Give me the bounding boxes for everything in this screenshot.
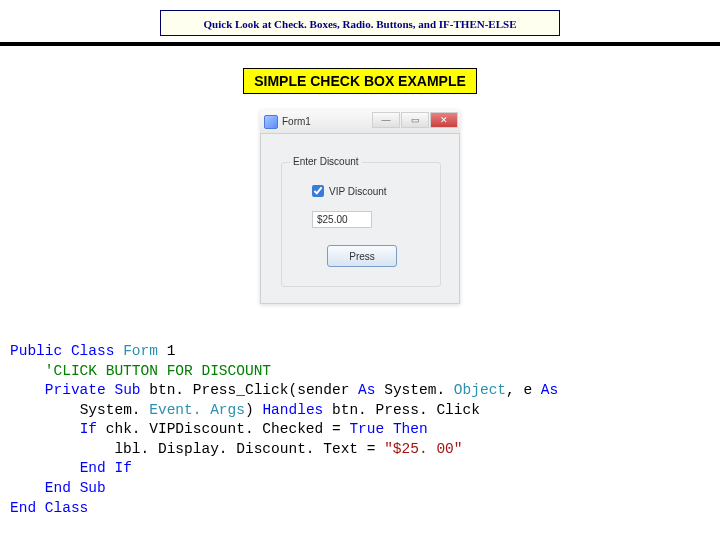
- slide-title-bar: Quick Look at Check. Boxes, Radio. Butto…: [160, 10, 560, 36]
- app-icon: [264, 115, 278, 129]
- maximize-icon[interactable]: ▭: [401, 112, 429, 128]
- code-text: 1: [167, 343, 176, 359]
- kw: End: [10, 500, 36, 516]
- kw: Sub: [114, 382, 140, 398]
- code-text: System.: [384, 382, 454, 398]
- kw: End: [80, 460, 106, 476]
- type-name: Object: [454, 382, 506, 398]
- groupbox-label: Enter Discount: [290, 156, 362, 167]
- discount-display: $25.00: [312, 211, 372, 228]
- form-body: Enter Discount VIP Discount $25.00 Press: [260, 134, 460, 304]
- kw: Public: [10, 343, 62, 359]
- close-icon[interactable]: ✕: [430, 112, 458, 128]
- kw: True: [349, 421, 384, 437]
- kw: End: [45, 480, 71, 496]
- kw: Class: [71, 343, 115, 359]
- vip-discount-row[interactable]: VIP Discount: [312, 185, 387, 197]
- vip-discount-label: VIP Discount: [329, 186, 387, 197]
- minimize-icon[interactable]: —: [372, 112, 400, 128]
- form-title: Form1: [282, 116, 311, 127]
- type-name: Event. Args: [149, 402, 245, 418]
- code-block: Public Class Form 1 'CLICK BUTTON FOR DI…: [0, 342, 720, 518]
- code-text: System.: [80, 402, 150, 418]
- string-lit: "$25. 00": [384, 441, 462, 457]
- code-text: chk. VIPDiscount. Checked =: [97, 421, 349, 437]
- kw: Then: [393, 421, 428, 437]
- kw: Class: [45, 500, 89, 516]
- vip-discount-checkbox[interactable]: [312, 185, 324, 197]
- code-text: btn. Press_Click(sender: [149, 382, 358, 398]
- subtitle: SIMPLE CHECK BOX EXAMPLE: [243, 68, 477, 94]
- code-text: lbl. Display. Discount. Text =: [114, 441, 384, 457]
- groupbox-discount: Enter Discount VIP Discount $25.00 Press: [281, 162, 441, 287]
- window-buttons: — ▭ ✕: [372, 112, 458, 128]
- kw: Sub: [80, 480, 106, 496]
- form-titlebar: Form1 — ▭ ✕: [260, 110, 460, 134]
- kw: As: [541, 382, 558, 398]
- code-text: btn. Press. Click: [323, 402, 480, 418]
- press-button[interactable]: Press: [327, 245, 397, 267]
- type-name: Form: [123, 343, 158, 359]
- kw: Handles: [262, 402, 323, 418]
- kw: As: [358, 382, 375, 398]
- kw: If: [80, 421, 97, 437]
- code-text: ): [245, 402, 262, 418]
- comment: 'CLICK BUTTON FOR DISCOUNT: [10, 363, 271, 379]
- kw: If: [114, 460, 131, 476]
- slide-title: Quick Look at Check. Boxes, Radio. Butto…: [204, 18, 517, 30]
- form-window: Form1 — ▭ ✕ Enter Discount VIP Discount …: [260, 110, 460, 304]
- subtitle-wrap: SIMPLE CHECK BOX EXAMPLE: [0, 68, 720, 94]
- kw: Private: [45, 382, 106, 398]
- code-text: , e: [506, 382, 541, 398]
- divider: [0, 42, 720, 46]
